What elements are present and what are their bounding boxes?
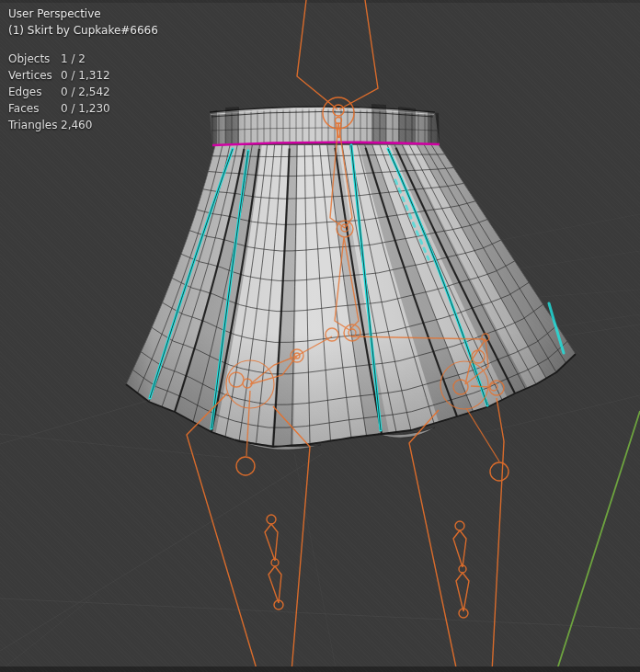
stat-faces: Faces 0 / 1,230 [8, 100, 158, 117]
stat-triangles: Triangles 2,460 [8, 117, 158, 133]
waistband [210, 104, 440, 145]
viewport-overlay-text: User Perspective (1) Skirt by Cupkake#66… [8, 6, 158, 133]
active-object-label: (1) Skirt by Cupkake#6666 [8, 22, 158, 39]
stat-edges: Edges 0 / 2,542 [8, 84, 158, 100]
blender-3d-viewport[interactable]: User Perspective (1) Skirt by Cupkake#66… [0, 0, 640, 672]
viewport-bottom-edge [0, 666, 640, 672]
scene-statistics: Objects 1 / 2 Vertices 0 / 1,312 Edges 0… [8, 51, 158, 133]
view-projection-label: User Perspective [8, 6, 158, 22]
stat-objects: Objects 1 / 2 [8, 51, 158, 67]
stat-vertices: Vertices 0 / 1,312 [8, 67, 158, 84]
viewport-top-edge [0, 0, 640, 3]
